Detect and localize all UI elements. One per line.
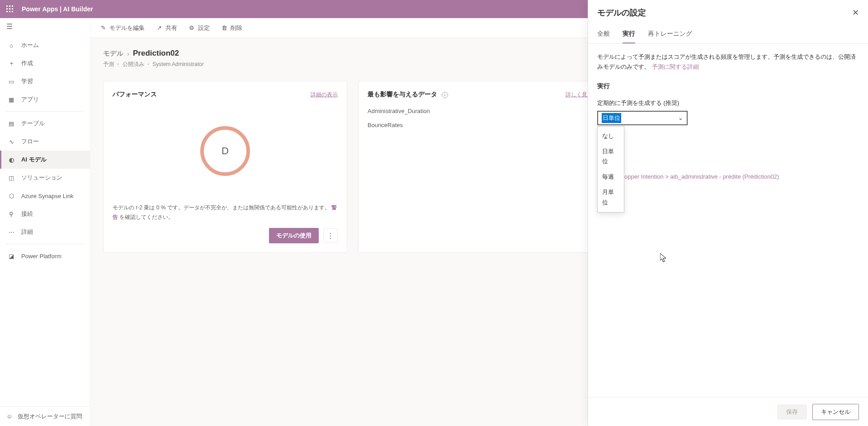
book-icon: ▭ [8,78,15,85]
nav-item-synapse[interactable]: ⬡Azure Synapse Link [0,187,90,205]
svg-rect-6 [6,11,8,12]
nav-item-solutions[interactable]: ◫ソリューション [0,169,90,187]
cancel-button[interactable]: キャンセル [812,404,859,420]
settings-button[interactable]: ⚙設定 [188,24,210,32]
hamburger-icon[interactable]: ☰ [0,18,90,34]
use-model-button[interactable]: モデルの使用 [269,228,319,243]
card-more-button[interactable]: ⋮ [323,228,338,243]
perf-title: パフォーマンス [113,90,157,99]
nav-item-more[interactable]: ⋯詳細 [0,223,90,241]
panel-desc-link[interactable]: 予測に関する詳細 [652,63,699,70]
edit-model-button[interactable]: ✎モデルを編集 [99,24,145,32]
schedule-dropdown[interactable]: 日単位 ⌄ [597,111,688,125]
nav-label: ホーム [21,41,39,49]
plug-icon: ⚲ [8,210,15,218]
section-label: 実行 [597,81,859,92]
platform-icon: ◪ [8,252,15,260]
nav-label: テーブル [21,119,45,128]
solution-icon: ◫ [8,174,15,181]
nav-item-home[interactable]: ⌂ホーム [0,36,90,54]
nav-label: 詳細 [21,228,33,236]
edit-label: モデルを編集 [109,24,145,32]
svg-rect-8 [12,11,13,12]
share-label: 共有 [165,24,177,32]
virtual-agent-button[interactable]: ☺仮想オペレーターに質問 [0,406,90,426]
nav-item-learn[interactable]: ▭学習 [0,72,90,90]
svg-rect-7 [9,11,10,12]
panel-title: モデルの設定 [597,7,646,18]
apps-icon: ▦ [8,96,15,103]
gear-icon: ⚙ [188,24,195,32]
perf-note-post: を確認してください。 [119,214,174,220]
svg-rect-4 [9,8,10,9]
svg-rect-0 [6,5,8,7]
nav-label: Power Platform [21,253,61,260]
table-icon: ▤ [8,120,15,127]
nav-label: 学習 [21,77,33,85]
close-icon[interactable]: ✕ [852,8,859,18]
bot-icon: ☺ [6,413,12,420]
delete-label: 削除 [231,24,242,32]
breadcrumb-current: Prediction02 [133,49,179,58]
flow-icon: ∿ [8,138,15,145]
nav-item-create[interactable]: ＋作成 [0,54,90,72]
svg-rect-5 [12,8,13,9]
ellipsis-icon: ⋯ [8,228,15,236]
left-nav: ☰ ⌂ホーム ＋作成 ▭学習 ▦アプリ ▤テーブル ∿フロー ◐AI モデル ◫… [0,18,90,426]
option-daily[interactable]: 日単位 [598,144,624,169]
performance-card: パフォーマンス 詳細の表示 D モデルの r-2 乗は 0 % です。データが不… [103,81,347,253]
nav-item-apps[interactable]: ▦アプリ [0,90,90,109]
option-weekly[interactable]: 毎週 [598,169,624,185]
trash-icon: 🗑 [221,24,228,32]
ai-icon: ◐ [8,156,15,163]
chevron-right-icon: › [127,50,129,57]
nav-item-tables[interactable]: ▤テーブル [0,114,90,133]
nav-label: AI モデル [21,156,47,164]
option-monthly[interactable]: 月単位 [598,185,624,210]
option-none[interactable]: なし [598,128,624,144]
perf-details-link[interactable]: 詳細の表示 [311,91,338,99]
schedule-selected-value: 日単位 [602,113,621,123]
nav-item-power-platform[interactable]: ◪Power Platform [0,247,90,265]
impact-data-card: 最も影響を与えるデータ i 詳しく見る Administrative_Durat… [358,81,602,253]
grade-letter: D [222,145,229,157]
app-title: Power Apps | AI Builder [22,5,93,13]
synapse-icon: ⬡ [8,192,15,199]
nav-item-ai-models[interactable]: ◐AI モデル [0,151,90,169]
chevron-down-icon: ⌄ [678,113,683,123]
save-button: 保存 [777,404,807,420]
nav-label: Azure Synapse Link [21,193,74,199]
tab-general[interactable]: 全般 [597,25,610,43]
waffle-icon[interactable] [5,5,14,14]
svg-rect-3 [6,8,8,9]
settings-label: 設定 [198,24,210,32]
plus-icon: ＋ [8,60,15,67]
impact-title: 最も影響を与えるデータ [368,90,437,98]
share-icon: ↗ [156,24,163,32]
nav-label: フロー [21,137,39,146]
nav-label: 接続 [21,210,33,218]
nav-item-flows[interactable]: ∿フロー [0,133,90,151]
pencil-icon: ✎ [99,24,107,32]
tab-run[interactable]: 実行 [623,25,635,43]
nav-label: 作成 [21,59,33,67]
schedule-dropdown-list: なし 日単位 毎週 月単位 [597,126,624,213]
schedule-field-label: 定期的に予測を生成する (推奨) [597,98,859,108]
svg-rect-2 [12,5,13,7]
nav-item-connections[interactable]: ⚲接続 [0,205,90,223]
perf-note: モデルの r-2 乗は 0 % です。データが不完全か、または無関係である可能性… [113,203,338,222]
output-location-link[interactable]: opper Intention > aib_administrative - p… [624,172,859,182]
delete-button[interactable]: 🗑削除 [221,24,242,32]
list-item: BounceRates [368,122,593,128]
grade-gauge: D [200,126,250,176]
virtual-agent-label: 仮想オペレーターに質問 [18,412,82,421]
panel-tabs: 全般 実行 再トレーニング [588,25,868,44]
breadcrumb-root[interactable]: モデル [103,49,123,58]
nav-label: アプリ [21,95,39,104]
share-button[interactable]: ↗共有 [156,24,177,32]
perf-note-pre: モデルの r-2 乗は 0 % です。データが不完全か、または無関係である可能性… [113,204,330,211]
nav-label: ソリューション [21,174,62,182]
svg-rect-1 [9,5,10,7]
info-icon[interactable]: i [442,92,448,98]
tab-retrain[interactable]: 再トレーニング [648,25,692,43]
